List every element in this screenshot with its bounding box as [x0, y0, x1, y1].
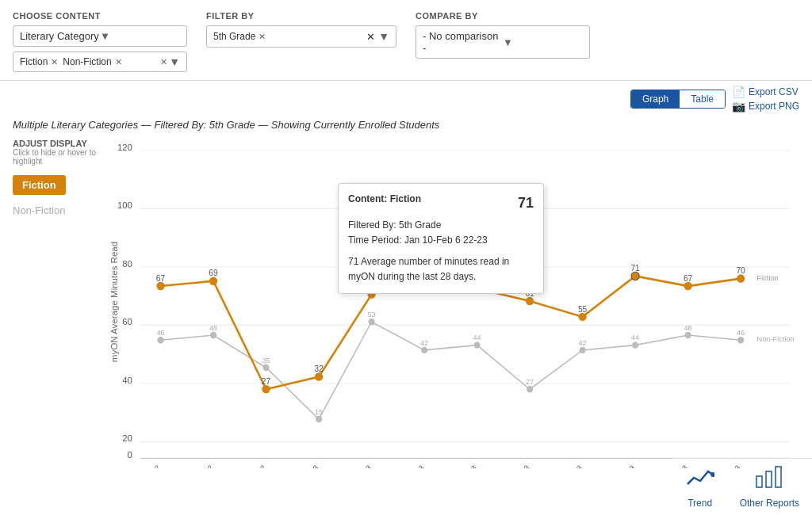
svg-text:67: 67: [156, 274, 166, 283]
svg-point-27: [157, 337, 163, 343]
filter-select[interactable]: 5th Grade ✕ ✕ ▼: [206, 25, 396, 48]
choose-content-group: CHOOSE CONTENT Literary Category ▼ Ficti…: [13, 11, 187, 72]
svg-text:42: 42: [420, 338, 428, 346]
svg-text:myON Average Minutes Read: myON Average Minutes Read: [109, 242, 119, 362]
trend-nav[interactable]: Trend: [686, 465, 714, 509]
png-icon: 📷: [732, 100, 745, 113]
filter-chevron-icon: ▼: [378, 30, 389, 43]
svg-point-30: [316, 416, 322, 422]
fiction-tag: Fiction ✕: [20, 56, 58, 67]
svg-point-61: [631, 272, 639, 280]
svg-text:May 2-May 29 21-22: May 2-May 29 21-22: [109, 464, 162, 468]
filter-by-label: FILTER BY: [206, 11, 396, 21]
svg-text:53: 53: [367, 311, 375, 319]
content-select[interactable]: Literary Category ▼: [13, 25, 187, 47]
svg-text:Sep 19-Oct 16 22-23: Sep 19-Oct 16 22-23: [372, 464, 425, 468]
svg-text:44: 44: [473, 334, 481, 341]
svg-point-36: [632, 341, 638, 348]
filter-tag: 5th Grade ✕: [213, 31, 269, 42]
compare-by-group: COMPARE BY - No comparison - ▼: [416, 11, 590, 59]
svg-point-34: [527, 386, 533, 392]
export-csv-link[interactable]: 📄 Export CSV: [732, 86, 799, 98]
export-png-link[interactable]: 📷 Export PNG: [732, 100, 799, 113]
svg-point-54: [262, 385, 270, 394]
svg-text:35: 35: [262, 357, 270, 364]
table-button[interactable]: Table: [680, 90, 725, 108]
svg-text:46: 46: [156, 329, 164, 337]
tag-chevron-icon: ▼: [169, 55, 180, 68]
svg-text:Jan 10-Feb 6 22-23: Jan 10-Feb 6 22-23: [586, 464, 637, 468]
svg-text:15: 15: [315, 408, 323, 416]
chart-subtitle: Multiple Literary Categories — Filtered …: [0, 116, 812, 135]
fiction-legend-button[interactable]: Fiction: [13, 175, 66, 195]
svg-rect-80: [776, 467, 781, 487]
adjust-panel: ADJUST DISPLAY Click to hide or hover to…: [13, 135, 108, 468]
svg-text:Aug 22-Sep 18 22-23: Aug 22-Sep 18 22-23: [318, 464, 373, 468]
fiction-tag-remove[interactable]: ✕: [51, 57, 58, 67]
compare-chevron-icon: ▼: [503, 36, 583, 48]
adjust-title: ADJUST DISPLAY: [13, 139, 108, 148]
trend-label: Trend: [688, 498, 712, 509]
svg-text:55: 55: [578, 304, 588, 313]
filter-clear-icon[interactable]: ✕: [366, 31, 375, 43]
other-reports-icon: [755, 465, 783, 494]
svg-point-32: [421, 347, 427, 353]
graph-table-toggle: Graph Table: [630, 90, 726, 109]
svg-text:Oct 17-Nov 13 22-23: Oct 17-Nov 13 22-23: [425, 464, 478, 468]
svg-text:71: 71: [630, 264, 640, 273]
svg-text:27: 27: [262, 377, 271, 386]
svg-text:0: 0: [127, 450, 132, 460]
choose-content-label: CHOOSE CONTENT: [13, 11, 187, 21]
graph-button[interactable]: Graph: [631, 90, 680, 108]
adjust-subtitle: Click to hide or hover to highlight: [13, 148, 108, 166]
other-reports-label: Other Reports: [740, 498, 799, 509]
svg-text:May 30-Jun 26 21-22: May 30-Jun 26 21-22: [160, 464, 215, 468]
svg-text:Fiction: Fiction: [757, 274, 779, 282]
chevron-down-icon: ▼: [100, 30, 180, 42]
svg-text:Jun 27-Jul 24 21-22: Jun 27-Jul 24 21-22: [216, 464, 267, 468]
svg-point-62: [684, 282, 692, 291]
svg-text:32: 32: [314, 364, 324, 373]
svg-text:44: 44: [631, 334, 639, 341]
compare-select[interactable]: - No comparison - ▼: [416, 25, 590, 59]
svg-point-31: [368, 319, 374, 325]
csv-icon: 📄: [732, 86, 745, 98]
svg-point-37: [685, 332, 691, 338]
svg-text:Nov 14-Dec 11 22-23: Nov 14-Dec 11 22-23: [477, 464, 531, 468]
compare-by-label: COMPARE BY: [416, 11, 590, 21]
svg-text:20: 20: [122, 433, 132, 443]
nonfiction-tag: Non-Fiction ✕: [63, 56, 121, 67]
svg-point-52: [156, 282, 164, 291]
svg-point-35: [580, 347, 586, 353]
tooltip-header: Content: Fiction 71: [348, 192, 534, 215]
nonfiction-legend[interactable]: Non-Fiction: [13, 204, 108, 216]
export-links: 📄 Export CSV 📷 Export PNG: [732, 86, 799, 113]
nonfiction-tag-remove[interactable]: ✕: [115, 57, 122, 67]
other-reports-nav[interactable]: Other Reports: [740, 465, 799, 509]
filter-by-group: FILTER BY 5th Grade ✕ ✕ ▼: [206, 11, 396, 48]
svg-text:48: 48: [684, 324, 692, 332]
svg-text:67: 67: [684, 274, 693, 283]
svg-text:80: 80: [122, 259, 132, 269]
svg-text:Jul 25-Aug 21 22-23: Jul 25-Aug 21 22-23: [268, 464, 320, 468]
svg-point-59: [526, 297, 534, 306]
svg-text:70: 70: [736, 266, 745, 275]
main-area: ADJUST DISPLAY Click to hide or hover to…: [0, 135, 812, 468]
nonfiction-legend-label: Non-Fiction: [13, 204, 65, 216]
svg-text:Dec 12-Jan 9 22-23: Dec 12-Jan 9 22-23: [533, 464, 584, 468]
chart-tooltip: Content: Fiction 71 Filtered By: 5th Gra…: [338, 183, 544, 294]
svg-point-29: [262, 364, 269, 371]
svg-text:60: 60: [122, 317, 132, 326]
tag-clear-all[interactable]: ✕ ▼: [160, 55, 180, 68]
svg-point-55: [315, 372, 323, 381]
svg-rect-78: [756, 476, 762, 487]
svg-text:46: 46: [737, 329, 745, 337]
svg-text:Non-Fiction: Non-Fiction: [757, 335, 795, 343]
svg-point-60: [578, 313, 586, 322]
fiction-legend[interactable]: Fiction: [13, 175, 108, 195]
svg-rect-79: [766, 471, 772, 487]
filter-tag-remove[interactable]: ✕: [259, 32, 266, 42]
svg-point-33: [473, 341, 480, 348]
svg-point-28: [210, 332, 216, 338]
svg-text:120: 120: [117, 143, 132, 152]
